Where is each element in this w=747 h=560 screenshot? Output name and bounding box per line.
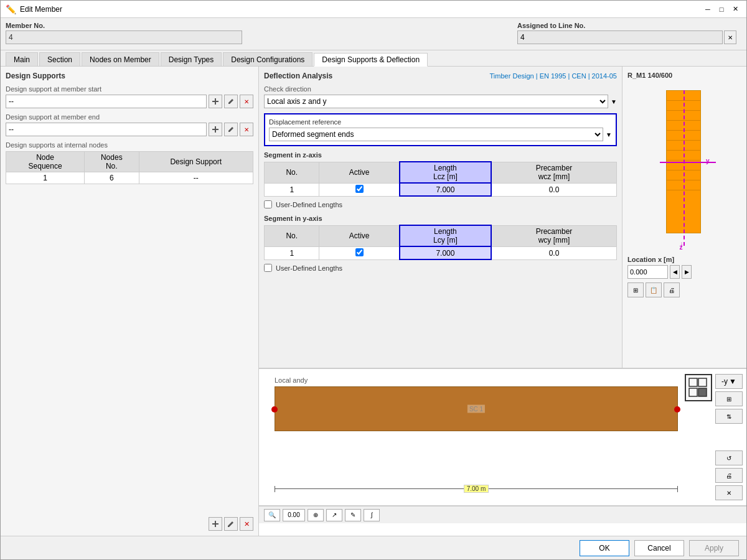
member-no-input[interactable]: [6, 30, 242, 44]
tab-section[interactable]: Section: [39, 52, 80, 66]
toolbar-value[interactable]: 0.00: [283, 509, 305, 521]
col-nodes-no: NodesNo.: [85, 152, 139, 172]
cell-y-length: 7.000: [400, 246, 491, 259]
support-start-dropdown[interactable]: --: [6, 95, 207, 108]
apply-button[interactable]: Apply: [689, 540, 739, 556]
3d-grid-svg: [688, 378, 708, 398]
tab-main[interactable]: Main: [6, 52, 38, 66]
support-end-new-button[interactable]: [209, 123, 222, 136]
support-end-dropdown[interactable]: --: [6, 123, 207, 136]
displacement-ref-dropdown[interactable]: Deformed segment ends Undeformed system: [269, 128, 603, 141]
support-start-row: -- ✕: [6, 95, 253, 108]
segment-z-title: Segment in z-axis: [264, 151, 617, 159]
member-no-group: Member No.: [6, 22, 248, 46]
left-delete-button[interactable]: ✕: [240, 517, 253, 531]
z-axis-arrow: ↓: [680, 240, 684, 247]
close-button[interactable]: ✕: [729, 4, 741, 15]
minimize-button[interactable]: ─: [702, 4, 714, 15]
segment-y-title: Segment in y-axis: [264, 215, 617, 222]
col-z-no: No.: [265, 162, 319, 183]
check-direction-label: Check direction: [264, 85, 617, 93]
support-end-label: Design support at member end: [6, 113, 253, 121]
tab-design-supports-deflection[interactable]: Design Supports & Deflection: [314, 53, 428, 67]
disp-ref-arrow: ▼: [606, 131, 612, 138]
window-icon: ✏️: [6, 4, 16, 14]
line-no-group: Assigned to Line No. ✕: [517, 22, 741, 46]
line-no-input[interactable]: [517, 30, 723, 44]
deflection-header: Deflection Analysis Timber Design | EN 1…: [264, 72, 617, 80]
toolbar-icon-4[interactable]: ✎: [345, 509, 361, 521]
location-prev-button[interactable]: ◀: [670, 265, 680, 279]
left-new-button[interactable]: [209, 517, 222, 531]
line-no-delete-button[interactable]: ✕: [724, 30, 736, 44]
maximize-button[interactable]: □: [715, 4, 728, 15]
col-design-support: Design Support: [139, 152, 253, 172]
support-end-edit-button[interactable]: [224, 123, 238, 136]
user-defined-z-row: User-Defined Lengths: [264, 200, 617, 208]
beam-sc-label: SC 1: [467, 405, 485, 413]
viz-refresh-button[interactable]: ↺: [715, 450, 743, 465]
col-y-length: LengthLcy [m]: [400, 225, 491, 246]
axis-dropdown-icon: ▼: [729, 377, 736, 386]
tab-nodes-on-member[interactable]: Nodes on Member: [82, 52, 159, 66]
user-defined-y-label: User-Defined Lengths: [276, 264, 342, 272]
cell-y-active[interactable]: [319, 246, 400, 259]
col-node-seq: NodeSequence: [6, 152, 85, 172]
ok-button[interactable]: OK: [580, 540, 629, 556]
col-z-length: LengthLcz [m]: [400, 162, 491, 183]
table-row: 1 6 --: [6, 172, 253, 184]
visualization-container: -y ▼ ⊞ ⇅ SC 1 Local andy: [259, 369, 746, 506]
col-y-active: Active: [319, 225, 400, 246]
3d-view-icon[interactable]: [685, 374, 712, 401]
z-active-checkbox[interactable]: [355, 185, 364, 193]
beam-start-marker: [271, 406, 278, 413]
location-input[interactable]: [627, 265, 668, 279]
col-z-precamber: Precamberwcz [mm]: [491, 162, 617, 183]
support-start-label: Design support at member start: [6, 85, 253, 93]
title-bar-left: ✏️ Edit Member: [6, 4, 62, 14]
support-start-edit-button[interactable]: [224, 95, 238, 108]
svg-rect-5: [215, 521, 216, 527]
deflection-column: Deflection Analysis Timber Design | EN 1…: [259, 67, 622, 368]
dim-line-body2: [489, 488, 677, 489]
viz-bottom-toolbar: ↺ 🖨 ✕: [715, 450, 743, 500]
location-next-button[interactable]: ▶: [682, 265, 692, 279]
tab-design-types[interactable]: Design Types: [161, 52, 222, 66]
location-label: Location x [m]: [627, 256, 674, 263]
support-start-new-button[interactable]: [209, 95, 222, 108]
support-end-delete-button[interactable]: ✕: [240, 123, 253, 136]
y-active-checkbox[interactable]: [355, 248, 364, 256]
cell-z-active[interactable]: [319, 183, 400, 196]
preview-section-button[interactable]: ⊞: [627, 282, 644, 297]
support-start-delete-button[interactable]: ✕: [240, 95, 253, 108]
preview-print-button[interactable]: 🖨: [664, 282, 680, 297]
design-supports-title: Design Supports: [6, 72, 253, 80]
viz-print-button2[interactable]: 🖨: [715, 468, 743, 483]
viz-tool-1[interactable]: ⊞: [715, 391, 743, 406]
toolbar-icon-5[interactable]: ∫: [364, 509, 380, 521]
user-defined-z-checkbox[interactable]: [264, 200, 272, 208]
right-side: Deflection Analysis Timber Design | EN 1…: [259, 67, 746, 536]
dimension-line: 7.00 m: [275, 485, 678, 493]
toolbar-icon-1[interactable]: 🔍: [264, 509, 280, 521]
axis-label: -y: [721, 377, 728, 386]
toolbar-icon-2[interactable]: ⊕: [308, 509, 324, 521]
window-title: Edit Member: [20, 5, 62, 14]
member-no-label: Member No.: [6, 22, 248, 29]
dim-line-body: [275, 488, 464, 489]
left-edit-button[interactable]: [224, 517, 238, 531]
viz-tool-2[interactable]: ⇅: [715, 409, 743, 424]
user-defined-y-checkbox[interactable]: [264, 264, 272, 272]
section-visualization: y z → ↓: [660, 90, 710, 240]
preview-display-button[interactable]: 📋: [646, 282, 662, 297]
viz-close-button2[interactable]: ✕: [715, 485, 743, 500]
cancel-button[interactable]: Cancel: [634, 540, 684, 556]
section-preview-label: R_M1 140/600: [627, 72, 672, 79]
preview-icon-buttons: ⊞ 📋 🖨: [627, 282, 680, 297]
segment-y-table: No. Active LengthLcy [m] Precamberwcy [m…: [264, 225, 617, 260]
axis-view-button[interactable]: -y ▼: [715, 374, 743, 389]
check-direction-dropdown[interactable]: Local axis z and y Local axis z Local ax…: [264, 95, 608, 108]
bottom-toolbar: 🔍 0.00 ⊕ ↗ ✎ ∫: [259, 506, 746, 523]
tab-design-configurations[interactable]: Design Configurations: [223, 52, 312, 66]
toolbar-icon-3[interactable]: ↗: [326, 509, 342, 521]
